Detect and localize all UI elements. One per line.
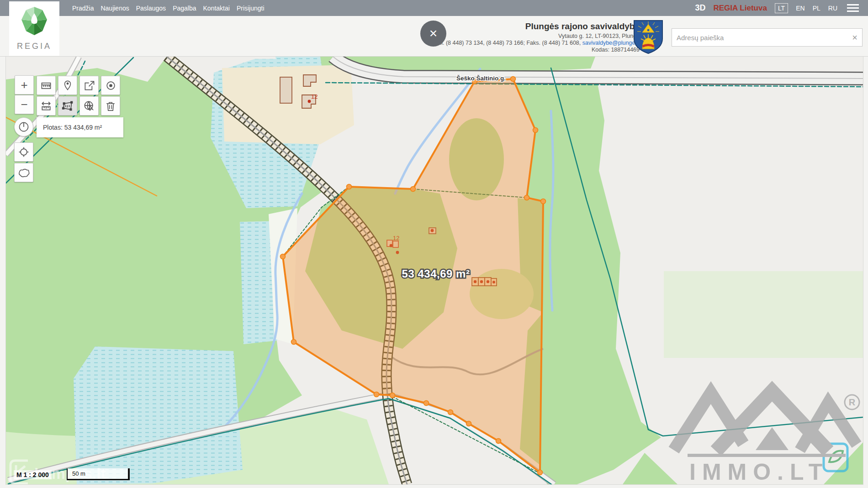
plus-icon: + <box>21 79 27 91</box>
map-pin-icon <box>62 79 73 91</box>
nav-item-naujienos[interactable]: Naujienos <box>101 5 129 12</box>
top-navbar: Pradžia Naujienos Paslaugos Pagalba Kont… <box>0 0 868 16</box>
municipality-email-link[interactable]: savivaldybe@plunge.lt <box>582 40 640 46</box>
3d-mode-button[interactable]: 3D <box>695 3 705 13</box>
add-marker-button[interactable] <box>58 76 77 95</box>
nav-item-kontaktai[interactable]: Kontaktai <box>203 5 230 12</box>
lang-ru-button[interactable]: RU <box>828 5 837 12</box>
map-scale-text: M 1 : 2 000 <box>14 470 52 479</box>
area-measure-icon <box>62 100 74 112</box>
regia-map-app: Pradžia Naujienos Paslaugos Pagalba Kont… <box>0 0 868 488</box>
locate-me-button[interactable] <box>14 142 33 162</box>
lithuania-outline-icon <box>17 167 30 178</box>
nav-item-pradzia[interactable]: Pradžia <box>72 5 94 12</box>
history-extent-button[interactable] <box>14 117 33 136</box>
crosshair-icon <box>18 146 30 158</box>
immo-logo-text: IMMO.LT <box>689 459 829 485</box>
nav-item-pagalba[interactable]: Pagalba <box>173 5 196 12</box>
zoom-out-button[interactable]: − <box>15 95 34 114</box>
minus-icon: − <box>21 99 27 110</box>
share-icon <box>84 80 95 91</box>
navbar-right: 3D REGIA Lietuva LT EN PL RU <box>695 0 861 16</box>
wetland-south <box>74 346 243 484</box>
coat-of-arms <box>633 19 664 56</box>
measure-width-button[interactable] <box>37 96 56 115</box>
country-extent-button[interactable] <box>14 163 33 182</box>
share-export-button[interactable] <box>79 76 99 95</box>
main-menu: Pradžia Naujienos Paslaugos Pagalba Kont… <box>72 5 265 12</box>
nav-item-prisijungti[interactable]: Prisijungti <box>237 5 265 12</box>
regia-lietuva-link[interactable]: REGIA Lietuva <box>713 4 767 13</box>
municipality-code: Kodas: 188714469 <box>402 47 640 53</box>
meadow-far-east <box>664 271 863 358</box>
menu-icon[interactable] <box>845 2 861 14</box>
delete-measurement-button[interactable] <box>101 96 120 115</box>
municipality-phone: Tel. (8 448) 73 134, (8 448) 73 166; Fak… <box>435 40 582 46</box>
regia-gem-icon <box>20 6 49 36</box>
street-name-label: Šeško Šaltinio g. <box>456 75 506 82</box>
scale-bar: 50 m <box>67 468 130 480</box>
clock-icon <box>18 121 30 133</box>
address-search: × <box>672 28 863 47</box>
map-canvas[interactable]: 12 12 Šeško Šaltinio g. 53 434,69 m² kam… <box>5 56 863 485</box>
search-input[interactable] <box>672 34 847 42</box>
measure-area-button[interactable] <box>58 96 77 115</box>
lang-pl-button[interactable]: PL <box>813 5 820 12</box>
building-number-label: 12 <box>311 93 318 100</box>
zoom-in-button[interactable]: + <box>15 75 34 94</box>
regia-logo-text: REGIA <box>9 42 59 51</box>
lang-lt-button[interactable]: LT <box>775 3 788 13</box>
measure-distance-button[interactable] <box>37 76 56 95</box>
area-result-panel: Plotas: 53 434,69 m² <box>37 117 123 137</box>
area-measurement-label: 53 434,69 m² <box>402 268 470 280</box>
record-point-button[interactable] <box>101 76 120 95</box>
close-info-button[interactable]: × <box>420 21 446 47</box>
ruler-icon <box>40 79 52 91</box>
search-clear-icon[interactable]: × <box>847 32 862 43</box>
identify-on-map-button[interactable] <box>79 96 99 115</box>
regia-logo[interactable]: REGIA <box>9 1 59 56</box>
trash-icon <box>105 100 116 112</box>
globe-cursor-icon <box>83 100 95 112</box>
circle-dot-icon <box>105 80 116 91</box>
nav-item-paslaugos[interactable]: Paslaugos <box>136 5 166 12</box>
registered-mark: R <box>849 397 856 407</box>
width-measure-icon <box>40 100 52 112</box>
lang-en-button[interactable]: EN <box>796 5 804 12</box>
